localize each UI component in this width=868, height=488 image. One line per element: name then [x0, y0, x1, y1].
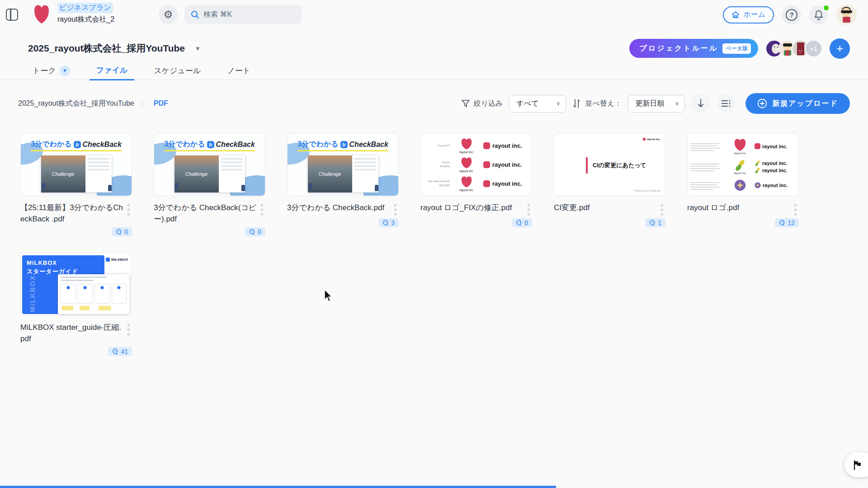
comment-count-badge[interactable]: 0	[512, 218, 532, 227]
extra-members-badge[interactable]: +1	[805, 40, 822, 57]
file-name[interactable]: CI変更.pdf	[554, 202, 658, 216]
filter-select[interactable]: すべて ∨	[509, 95, 566, 113]
sidebar-toggle-icon[interactable]	[6, 9, 18, 21]
project-header: 2025_rayout株式会社_採用YouTube ▼ プロジェクトルール ベー…	[28, 38, 850, 59]
sort-direction-button[interactable]	[691, 94, 710, 113]
topbar-right: ホーム ?	[723, 5, 857, 25]
file-card: rayout inc.CIの変更にあたってProprietary & Confi…	[554, 133, 665, 236]
file-menu-kebab-icon[interactable]	[125, 322, 132, 344]
project-rules-button[interactable]: プロジェクトルール ベータ版	[629, 39, 758, 58]
file-thumbnail[interactable]: rayout inc.CIの変更にあたってProprietary & Confi…	[554, 133, 665, 196]
file-thumbnail[interactable]: Futura PTrayout inc.rayout inc.Futura#1f…	[420, 133, 532, 196]
comment-count: 3	[391, 219, 395, 226]
comment-count-badge[interactable]: 1	[645, 218, 665, 227]
sort-select[interactable]: 更新日順 ∨	[628, 95, 685, 113]
workspace-name[interactable]: rayout株式会社_2	[57, 15, 114, 24]
home-button[interactable]: ホーム	[723, 6, 774, 23]
file-grid: 3分でわかるbCheckBackChallenge 【25:11最新】3分でわか…	[20, 133, 799, 356]
comment-count-badge[interactable]: 12	[775, 218, 799, 227]
file-name[interactable]: 【25:11最新】3分でわかるCheckBack .pdf	[20, 202, 125, 225]
file-thumbnail[interactable]: 3分でわかるbCheckBackChallenge	[20, 133, 132, 196]
file-thumbnail[interactable]: rayout inc.rayout inc.rayout inc.rayout …	[687, 133, 799, 196]
file-name[interactable]: 3分でわかる CheckBack.pdf	[287, 202, 392, 216]
chevron-down-icon: ∨	[557, 100, 561, 107]
tab-talk-label: トーク	[33, 66, 56, 76]
comment-count: 0	[524, 219, 528, 226]
user-avatar[interactable]	[836, 5, 857, 25]
feedback-flag-button[interactable]	[844, 452, 868, 477]
file-name[interactable]: 3分でわかる CheckBack(コピー).pdf	[154, 202, 258, 225]
new-upload-label: 新規アップロード	[772, 99, 838, 108]
notifications-button[interactable]	[809, 5, 828, 24]
comment-count: 12	[788, 219, 795, 226]
filter-label: 絞り込み	[461, 99, 503, 108]
list-view-button[interactable]	[717, 94, 736, 113]
settings-gear-icon[interactable]: ⚙	[159, 5, 178, 24]
comment-count-badge[interactable]: 3	[378, 218, 399, 227]
playback-progress-bar	[0, 486, 556, 488]
file-menu-kebab-icon[interactable]	[392, 202, 399, 216]
funnel-icon	[461, 99, 470, 108]
comment-count: 0	[258, 228, 261, 235]
list-view-icon	[721, 99, 731, 108]
file-name[interactable]: MiLKBOX starter_guide-圧縮.pdf	[20, 322, 125, 344]
beta-badge: ベータ版	[722, 43, 751, 54]
file-menu-kebab-icon[interactable]	[125, 202, 132, 225]
comment-count: 1	[658, 219, 661, 226]
tab-notes[interactable]: ノート	[220, 61, 257, 80]
new-upload-button[interactable]: 新規アップロード	[745, 93, 850, 114]
top-bar: ビジネスプラン rayout株式会社_2 ⚙ 検索 ⌘K ホーム ?	[0, 0, 868, 29]
search-placeholder: 検索 ⌘K	[203, 10, 232, 19]
tab-files-label: ファイル	[96, 65, 128, 75]
bell-icon	[813, 9, 824, 20]
talk-dropdown-icon[interactable]: ▼	[60, 66, 70, 76]
filter-value: すべて	[516, 99, 538, 108]
file-card: MiLKBOXMiLKBOXスターターガイドMiLKBOX MiLKBOX st…	[20, 253, 132, 356]
file-card: 3分でわかるbCheckBackChallenge 【25:11最新】3分でわか…	[20, 133, 132, 236]
file-name[interactable]: rayout ロゴ_FIXの修正.pdf	[420, 202, 525, 216]
breadcrumb-separator: 〉	[141, 99, 147, 108]
breadcrumb-current[interactable]: PDF	[154, 99, 168, 108]
help-icon: ?	[786, 9, 797, 21]
sort-value: 更新日順	[635, 99, 664, 108]
project-tabs: トーク ▼ ファイル スケジュール ノート	[0, 61, 868, 80]
comment-count-badge[interactable]: 0	[112, 227, 132, 236]
add-member-button[interactable]: +	[830, 38, 850, 59]
file-name[interactable]: rayout ロゴ.pdf	[687, 202, 792, 216]
org-logo-icon[interactable]	[34, 4, 49, 24]
comment-count-badge[interactable]: 41	[108, 347, 132, 356]
plus-circle-icon	[757, 99, 767, 108]
search-icon	[191, 10, 199, 19]
help-button[interactable]: ?	[782, 5, 801, 24]
comment-count: 0	[124, 228, 128, 235]
org-meta: ビジネスプラン rayout株式会社_2	[57, 3, 114, 24]
title-dropdown-icon[interactable]: ▼	[195, 45, 201, 52]
sort-icon	[572, 99, 581, 108]
file-card: 3分でわかるbCheckBackChallenge 3分でわかる CheckBa…	[287, 133, 399, 236]
breadcrumb-root[interactable]: 2025_rayout株式会社_採用YouTube	[18, 99, 134, 108]
file-menu-kebab-icon[interactable]	[792, 202, 799, 216]
search-input[interactable]: 検索 ⌘K	[184, 5, 302, 24]
home-label: ホーム	[743, 10, 765, 19]
project-rules-label: プロジェクトルール	[639, 44, 718, 53]
file-menu-kebab-icon[interactable]	[258, 202, 265, 225]
comment-count: 41	[121, 348, 128, 355]
file-menu-kebab-icon[interactable]	[525, 202, 532, 216]
file-menu-kebab-icon[interactable]	[658, 202, 665, 216]
tab-notes-label: ノート	[227, 66, 250, 76]
file-card: 3分でわかるbCheckBackChallenge 3分でわかる CheckBa…	[154, 133, 265, 236]
file-card: Futura PTrayout inc.rayout inc.Futura#1f…	[420, 133, 532, 236]
tab-schedule[interactable]: スケジュール	[147, 61, 208, 80]
files-toolbar: 2025_rayout株式会社_採用YouTube 〉 PDF 絞り込み すべて…	[18, 92, 850, 115]
comment-count-badge[interactable]: 0	[245, 227, 265, 236]
file-thumbnail[interactable]: 3分でわかるbCheckBackChallenge	[287, 133, 399, 196]
tab-files[interactable]: ファイル	[90, 61, 135, 80]
page-title: 2025_rayout株式会社_採用YouTube	[28, 42, 185, 55]
file-thumbnail[interactable]: 3分でわかるbCheckBackChallenge	[154, 133, 265, 196]
flag-icon	[852, 460, 863, 470]
tab-schedule-label: スケジュール	[154, 66, 201, 76]
tab-talk[interactable]: トーク ▼	[26, 61, 77, 80]
file-thumbnail[interactable]: MiLKBOXMiLKBOXスターターガイドMiLKBOX	[20, 253, 132, 316]
home-icon	[731, 11, 740, 19]
member-avatars: +1	[765, 40, 822, 57]
